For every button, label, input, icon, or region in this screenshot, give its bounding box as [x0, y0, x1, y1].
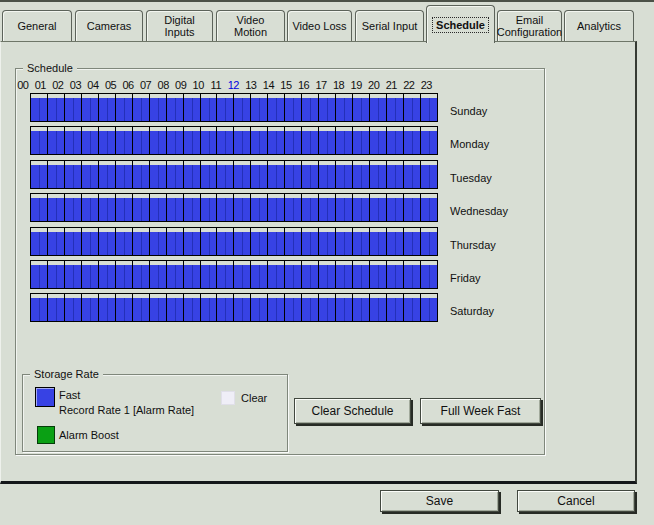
schedule-cell[interactable]	[251, 127, 268, 154]
schedule-cell[interactable]	[370, 94, 387, 121]
schedule-cell[interactable]	[319, 127, 336, 154]
schedule-cell[interactable]	[31, 294, 48, 321]
schedule-cell[interactable]	[133, 94, 150, 121]
schedule-cell[interactable]	[167, 294, 184, 321]
hour-label-19[interactable]: 19	[347, 79, 365, 92]
schedule-cell[interactable]	[353, 161, 370, 188]
schedule-cell[interactable]	[65, 161, 82, 188]
schedule-cell[interactable]	[387, 228, 404, 255]
schedule-cell[interactable]	[150, 294, 167, 321]
schedule-cell[interactable]	[150, 228, 167, 255]
schedule-cell[interactable]	[404, 161, 421, 188]
schedule-cell[interactable]	[31, 261, 48, 288]
hour-label-12[interactable]: 12	[225, 79, 243, 92]
schedule-cell[interactable]	[319, 294, 336, 321]
schedule-cell[interactable]	[387, 294, 404, 321]
schedule-cell[interactable]	[302, 261, 319, 288]
schedule-cell[interactable]	[285, 261, 302, 288]
schedule-cell[interactable]	[65, 294, 82, 321]
schedule-cell[interactable]	[234, 161, 251, 188]
schedule-cell[interactable]	[99, 127, 116, 154]
schedule-cell[interactable]	[234, 94, 251, 121]
hour-label-00[interactable]: 00	[14, 79, 32, 92]
schedule-cell[interactable]	[251, 261, 268, 288]
schedule-cell[interactable]	[201, 294, 218, 321]
schedule-cell[interactable]	[268, 161, 285, 188]
schedule-cell[interactable]	[404, 127, 421, 154]
schedule-cell[interactable]	[336, 294, 353, 321]
schedule-cell[interactable]	[234, 127, 251, 154]
hour-label-02[interactable]: 02	[49, 79, 67, 92]
schedule-cell[interactable]	[268, 94, 285, 121]
day-label-thursday[interactable]: Thursday	[450, 239, 496, 251]
schedule-cell[interactable]	[82, 127, 99, 154]
hour-label-06[interactable]: 06	[119, 79, 137, 92]
schedule-cell[interactable]	[82, 228, 99, 255]
schedule-cell[interactable]	[150, 94, 167, 121]
schedule-cell[interactable]	[99, 161, 116, 188]
schedule-cell[interactable]	[353, 228, 370, 255]
schedule-cell[interactable]	[336, 261, 353, 288]
schedule-cell[interactable]	[184, 294, 201, 321]
hour-label-01[interactable]: 01	[32, 79, 50, 92]
hour-label-10[interactable]: 10	[189, 79, 207, 92]
schedule-cell[interactable]	[31, 94, 48, 121]
schedule-cell[interactable]	[133, 228, 150, 255]
schedule-cell[interactable]	[167, 127, 184, 154]
schedule-cell[interactable]	[167, 161, 184, 188]
schedule-cell[interactable]	[82, 94, 99, 121]
schedule-cell[interactable]	[251, 228, 268, 255]
schedule-cell[interactable]	[167, 94, 184, 121]
hour-label-18[interactable]: 18	[330, 79, 348, 92]
schedule-cell[interactable]	[370, 228, 387, 255]
schedule-cell[interactable]	[48, 161, 65, 188]
schedule-cell[interactable]	[82, 294, 99, 321]
schedule-cell[interactable]	[421, 261, 437, 288]
hour-label-04[interactable]: 04	[84, 79, 102, 92]
schedule-cell[interactable]	[167, 261, 184, 288]
schedule-cell[interactable]	[387, 261, 404, 288]
hour-label-16[interactable]: 16	[295, 79, 313, 92]
schedule-cell[interactable]	[421, 161, 437, 188]
tab-video-loss[interactable]: Video Loss	[287, 10, 352, 41]
schedule-cell[interactable]	[31, 127, 48, 154]
schedule-cell[interactable]	[65, 194, 82, 221]
schedule-cell[interactable]	[150, 127, 167, 154]
schedule-cell[interactable]	[285, 228, 302, 255]
schedule-cell[interactable]	[48, 228, 65, 255]
cancel-button[interactable]: Cancel	[517, 490, 635, 512]
schedule-cell[interactable]	[133, 261, 150, 288]
schedule-cell[interactable]	[184, 228, 201, 255]
schedule-cell[interactable]	[370, 127, 387, 154]
schedule-cell[interactable]	[184, 261, 201, 288]
schedule-cell[interactable]	[48, 261, 65, 288]
schedule-cell[interactable]	[268, 127, 285, 154]
schedule-cell[interactable]	[116, 228, 133, 255]
schedule-cell[interactable]	[234, 261, 251, 288]
hour-label-22[interactable]: 22	[400, 79, 418, 92]
schedule-cell[interactable]	[404, 94, 421, 121]
day-label-tuesday[interactable]: Tuesday	[450, 172, 492, 184]
schedule-cell[interactable]	[234, 294, 251, 321]
tab-schedule[interactable]: Schedule	[426, 5, 495, 43]
hour-label-07[interactable]: 07	[137, 79, 155, 92]
hour-label-03[interactable]: 03	[67, 79, 85, 92]
schedule-cell[interactable]	[404, 228, 421, 255]
schedule-cell[interactable]	[116, 261, 133, 288]
schedule-cell[interactable]	[268, 194, 285, 221]
schedule-cell[interactable]	[150, 194, 167, 221]
schedule-cell[interactable]	[150, 261, 167, 288]
day-label-friday[interactable]: Friday	[450, 272, 481, 284]
schedule-cell[interactable]	[285, 94, 302, 121]
schedule-cell[interactable]	[387, 127, 404, 154]
schedule-cell[interactable]	[336, 127, 353, 154]
schedule-cell[interactable]	[184, 127, 201, 154]
schedule-cell[interactable]	[116, 294, 133, 321]
schedule-cell[interactable]	[421, 228, 437, 255]
schedule-cell[interactable]	[421, 127, 437, 154]
schedule-cell[interactable]	[217, 194, 234, 221]
schedule-cell[interactable]	[353, 294, 370, 321]
hour-label-20[interactable]: 20	[365, 79, 383, 92]
schedule-cell[interactable]	[99, 194, 116, 221]
schedule-cell[interactable]	[319, 161, 336, 188]
